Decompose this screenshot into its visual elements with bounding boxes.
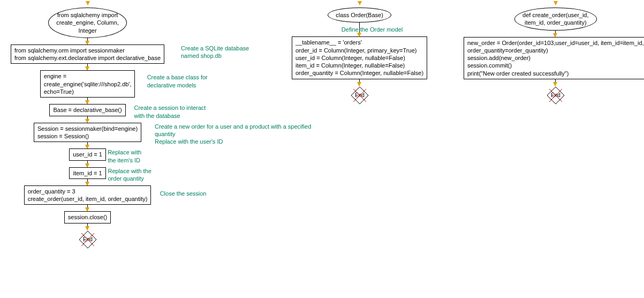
flowchart-create-order-fn: def create_order(user_id, item_id, order… — [464, 1, 644, 105]
code-node-orderclass: __tablename__ = 'orders' order_id = Colu… — [292, 36, 427, 79]
arrow — [87, 98, 88, 104]
arrow — [87, 161, 88, 167]
annotation: Create a base class for declarative mode… — [147, 73, 208, 89]
start-node: class Order(Base) — [328, 8, 391, 23]
code-node-createorder-body: new_order = Order(order_id=103,user_id=u… — [464, 37, 644, 79]
annotation: Define the Order model — [329, 26, 415, 33]
annotation: Create a session to interact with the da… — [134, 104, 206, 120]
svg-text:End: End — [551, 92, 560, 98]
arrow — [87, 116, 88, 123]
arrow — [87, 64, 88, 70]
arrow — [87, 224, 88, 230]
annotation: Create a SQLite database named shop.db — [181, 44, 249, 60]
entry-arrow — [86, 1, 90, 5]
code-node-session: Session = sessionmaker(bind=engine) sess… — [34, 123, 141, 143]
start-node: def create_order(user_id, item_id, order… — [514, 8, 597, 31]
entry-arrow — [358, 1, 362, 5]
arrow — [87, 38, 88, 44]
entry-arrow — [554, 1, 558, 5]
end-node: End — [78, 230, 97, 249]
code-node-close: session.close() — [64, 211, 111, 223]
start-node: from sqlalchemy import create_engine, Co… — [48, 8, 127, 38]
arrow — [87, 142, 88, 148]
annotation: Replace with the order quantity — [108, 167, 151, 183]
svg-text:End: End — [83, 236, 93, 242]
code-node-base: Base = declarative_base() — [49, 104, 125, 116]
annotation: Replace with the item's ID — [108, 148, 141, 164]
arrow — [555, 31, 556, 37]
end-node: End — [546, 86, 565, 105]
arrow — [359, 23, 360, 36]
code-node-userid: user_id = 1 — [69, 148, 106, 160]
code-node-imports: from sqlalchemy.orm import sessionmaker … — [11, 44, 164, 64]
flowchart-main: from sqlalchemy import create_engine, Co… — [11, 1, 164, 249]
code-node-itemid: item_id = 1 — [69, 167, 105, 179]
code-node-createorder: order_quantity = 3 create_order(user_id,… — [24, 185, 151, 205]
arrow — [555, 79, 556, 86]
annotation: Close the session — [160, 190, 207, 197]
arrow — [359, 79, 360, 86]
arrow — [87, 205, 88, 211]
code-node-engine: engine = create_engine('sqlite:///shop2.… — [40, 70, 135, 98]
end-node: End — [350, 86, 369, 105]
flowchart-order-class: class Order(Base) Define the Order model… — [292, 1, 427, 105]
annotation: Create a new order for a user and a prod… — [155, 123, 311, 146]
svg-text:End: End — [355, 92, 365, 98]
arrow — [87, 179, 88, 185]
